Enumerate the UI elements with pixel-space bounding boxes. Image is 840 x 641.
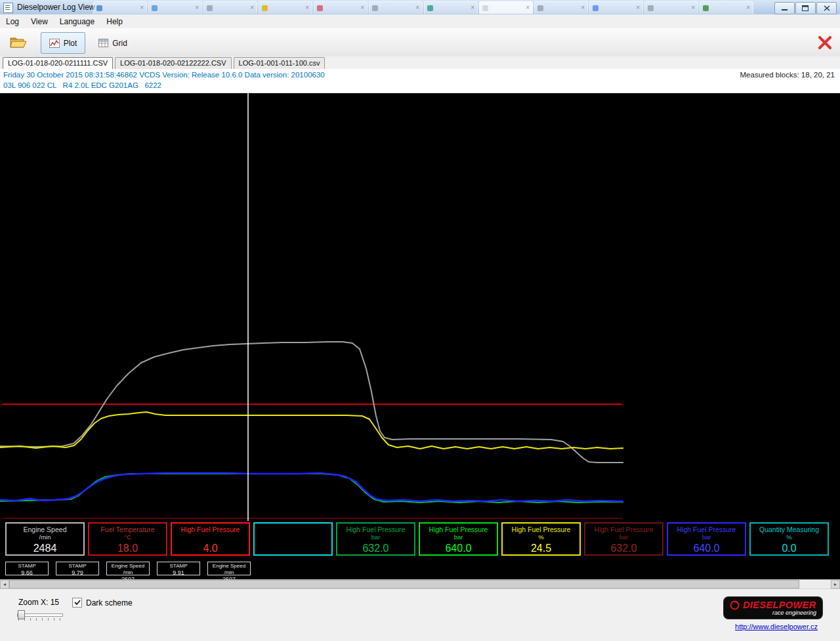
legend-high-fuel-pressure-darkgreen[interactable]: High Fuel Pressure bar 632.0 [336,522,415,556]
stamp-value: 9.66 [6,569,48,576]
horizontal-scrollbar[interactable]: ◄ ► [0,579,840,589]
legend-engine-speed[interactable]: Engine Speed /min 2484 [5,522,85,556]
stamp-value: 9.91 [158,569,200,576]
legend-unit: /min [7,533,83,541]
menu-view[interactable]: View [25,15,54,28]
tab-favicon [152,5,158,11]
legend-title: High Fuel Pressure [668,526,745,533]
plot-area[interactable]: Engine Speed /min 2484 Fuel Temperature … [0,93,840,589]
tab-favicon [317,5,323,11]
legend-unit [172,533,249,541]
legend-title: High Fuel Pressure [503,526,579,533]
open-file-button[interactable] [8,34,29,50]
stamp-label: Engine Speed /min [208,563,250,576]
menu-language[interactable]: Language [54,15,100,28]
titlebar: Dieselpower Log View ×××××××××××× [0,0,840,15]
slider-thumb[interactable] [18,610,25,619]
background-tab: × [93,1,147,14]
tab-close-icon: × [305,5,309,11]
background-tab: × [479,1,533,14]
open-folder-icon [9,35,28,49]
measured-blocks: Measured blocks: 18, 20, 21 [740,71,835,79]
tab-close-icon: × [415,5,419,11]
stamp-label: STAMP [56,563,98,569]
logo-brand-text: DIESELPOWER [743,600,816,610]
background-tab: × [424,1,478,14]
background-tab: × [314,1,368,14]
background-tab: × [700,1,753,14]
legend-empty[interactable] [253,522,333,556]
legend-high-fuel-pressure-yellow[interactable]: High Fuel Pressure % 24.5 [501,522,581,556]
legend-quantity-measuring[interactable]: Quantity Measuring % 0.0 [749,522,829,556]
legend-fuel-temperature[interactable]: Fuel Temperature °C 18.0 [88,522,167,556]
maximize-button[interactable] [795,2,816,14]
tab-favicon [593,5,598,11]
stamp-value: 9.79 [56,569,98,576]
plot-svg[interactable] [0,93,837,521]
legend-unit: % [503,533,579,541]
logo-tagline: race engineering [730,610,816,616]
maximize-icon [802,5,809,11]
series-green-trace [0,474,623,503]
ghost-tabs: ×××××××××××× [93,1,753,14]
legend-unit: bar [668,533,745,541]
checkmark-icon [74,600,81,606]
menu-help[interactable]: Help [100,15,129,28]
plot-view-button[interactable]: Plot [41,32,85,54]
app-window: Dieselpower Log View ×××××××××××× Log Vi… [0,0,840,641]
file-tab-3[interactable]: LOG-01-001-011-100.csv [234,57,326,69]
grid-icon [98,39,108,47]
legend-high-fuel-pressure-blue[interactable]: High Fuel Pressure bar 640.0 [667,522,746,556]
legend-unit: % [751,533,828,541]
legend-unit: bar [585,533,662,541]
file-tab-1[interactable]: LOG-01-018-020-0211111.CSV [3,57,113,69]
stamp-marker: STAMP 9.66 [5,562,49,575]
tab-close-icon: × [581,5,585,11]
grid-view-button[interactable]: Grid [93,32,133,54]
menu-log[interactable]: Log [0,15,25,28]
scrollbar-thumb[interactable] [9,580,799,589]
minimize-button[interactable] [774,2,795,14]
close-icon [824,5,830,11]
log-info-header: Friday 30 October 2015 08:31:58:46862 VC… [0,69,840,93]
dieselpower-link[interactable]: http://www.dieselpower.cz [735,623,818,631]
file-tabs: LOG-01-018-020-0211111.CSV LOG-01-018-02… [0,56,840,69]
file-tab-2[interactable]: LOG-01-018-020-02122222.CSV [115,57,231,69]
series-yellow-trace [0,412,623,449]
legend-value: 24.5 [503,542,579,554]
background-tab: × [259,1,312,14]
legend-title [255,526,331,533]
legend-value: 640.0 [668,542,745,554]
background-tab: × [369,1,423,14]
background-tab: × [203,1,257,14]
stamp-label: STAMP [158,563,200,569]
dark-scheme-option[interactable]: Dark scheme [72,598,133,608]
dark-scheme-checkbox[interactable] [72,598,82,608]
scroll-right-arrow-icon[interactable]: ► [831,580,840,589]
slider-ticks [18,618,63,621]
red-close-icon [817,35,833,51]
legend-high-fuel-pressure-green[interactable]: High Fuel Pressure bar 640.0 [419,522,498,556]
stamp-row: STAMP 9.66 STAMP 9.79 Engine Speed /min … [5,562,251,575]
legend-high-fuel-pressure-darkred[interactable]: High Fuel Pressure bar 632.0 [584,522,663,556]
close-log-button[interactable] [816,34,833,51]
legend-high-fuel-pressure-red[interactable]: High Fuel Pressure 4.0 [171,522,250,556]
legend-value: 632.0 [337,542,414,554]
zoom-slider[interactable] [17,610,63,621]
legend-title: Fuel Temperature [89,526,166,533]
scroll-left-arrow-icon[interactable]: ◄ [0,580,9,589]
legend-title: High Fuel Pressure [172,526,249,533]
menubar: Log View Language Help [0,14,840,29]
legend-title: High Fuel Pressure [420,526,497,533]
tab-close-icon: × [746,5,750,11]
log-info-line2: 03L 906 022 CL R4 2.0L EDC G201AG 6222 [3,81,161,89]
minimize-icon [782,5,788,11]
legend-value: 632.0 [585,542,662,554]
legend-unit [255,533,331,541]
tab-close-icon: × [195,5,199,11]
plot-icon [49,39,60,48]
background-tab: × [148,1,202,14]
close-button[interactable] [816,2,837,14]
tab-favicon [96,5,102,11]
legend-title: High Fuel Pressure [585,526,662,533]
